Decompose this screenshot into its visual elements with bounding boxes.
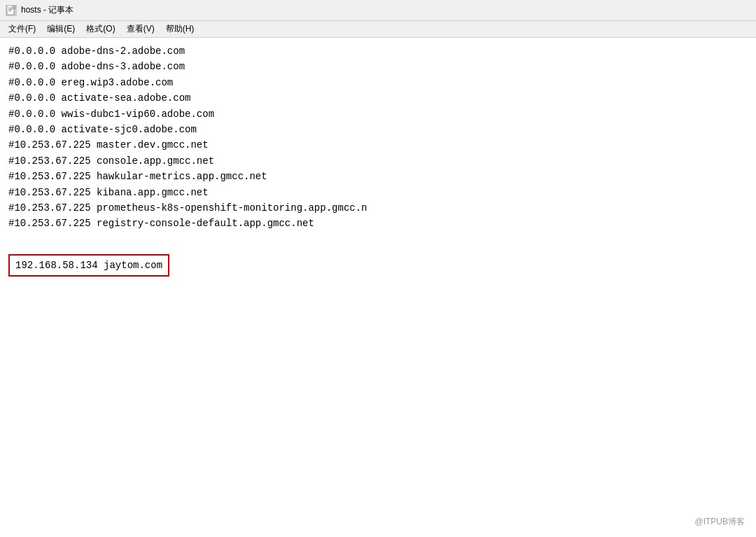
window-title: hosts - 记事本	[21, 4, 74, 16]
hosts-line-3: #0.0.0.0 activate-sea.adobe.com	[8, 90, 748, 106]
svg-rect-2	[8, 9, 13, 10]
svg-rect-1	[8, 8, 13, 8]
hosts-line-9: #10.253.67.225 kibana.app.gmcc.net	[8, 185, 748, 200]
notepad-icon	[6, 5, 17, 16]
hosts-line-10: #10.253.67.225 prometheus-k8s-openshift-…	[8, 200, 748, 216]
hosts-line-4: #0.0.0.0 wwis-dubc1-vip60.adobe.com	[8, 106, 748, 122]
menu-format[interactable]: 格式(O)	[80, 22, 120, 36]
title-bar: hosts - 记事本	[0, 0, 756, 21]
svg-rect-3	[8, 11, 11, 11]
hosts-line-0: #0.0.0.0 adobe-dns-2.adobe.com	[8, 43, 748, 59]
menu-bar: 文件(F) 编辑(E) 格式(O) 查看(V) 帮助(H)	[0, 21, 756, 38]
menu-view[interactable]: 查看(V)	[121, 22, 160, 36]
hosts-line-11: #10.253.67.225 registry-console-default.…	[8, 216, 748, 231]
menu-help[interactable]: 帮助(H)	[160, 22, 200, 36]
hosts-line-1: #0.0.0.0 adobe-dns-3.adobe.com	[8, 59, 748, 74]
menu-file[interactable]: 文件(F)	[3, 22, 41, 36]
hosts-line-2: #0.0.0.0 ereg.wip3.adobe.com	[8, 75, 748, 90]
watermark: @ITPUB博客	[694, 515, 745, 529]
hosts-line-5: #0.0.0.0 activate-sjc0.adobe.com	[8, 122, 748, 137]
svg-rect-4	[13, 6, 15, 8]
hosts-line-7: #10.253.67.225 console.app.gmcc.net	[8, 153, 748, 169]
text-editor[interactable]: #0.0.0.0 adobe-dns-2.adobe.com#0.0.0.0 a…	[0, 38, 756, 537]
hosts-lines: #0.0.0.0 adobe-dns-2.adobe.com#0.0.0.0 a…	[8, 43, 748, 232]
hosts-line-8: #10.253.67.225 hawkular-metrics.app.gmcc…	[8, 169, 748, 184]
menu-edit[interactable]: 编辑(E)	[41, 22, 80, 36]
highlighted-hosts-entry: 192.168.58.134 jaytom.com	[8, 254, 169, 277]
notepad-window: hosts - 记事本 文件(F) 编辑(E) 格式(O) 查看(V) 帮助(H…	[0, 0, 756, 537]
hosts-line-6: #10.253.67.225 master.dev.gmcc.net	[8, 137, 748, 153]
